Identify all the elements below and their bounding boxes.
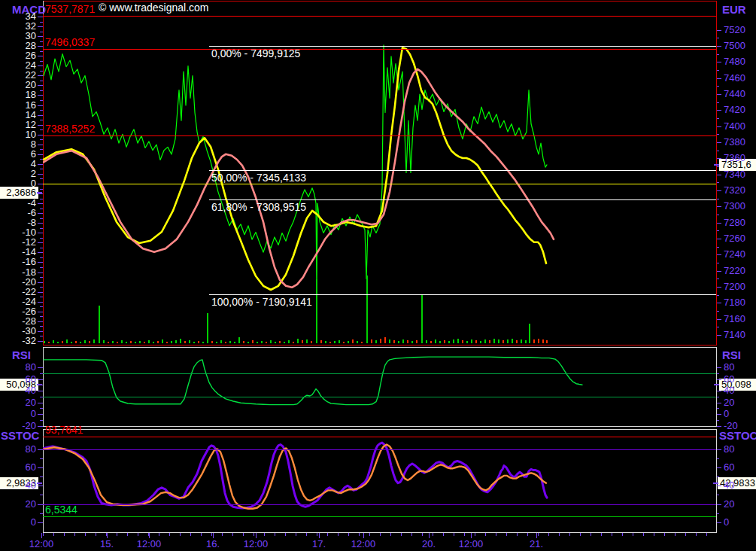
- time-label-4: 12:00: [244, 538, 269, 549]
- rsi-minortick-0: [717, 408, 719, 409]
- macd-minortick--12: [40, 238, 43, 239]
- level-label-1: 7496,0337: [45, 37, 95, 48]
- macd-tick-32: [38, 26, 43, 27]
- macd-axis-label--24: -24: [0, 297, 36, 307]
- volume-bar-110: [542, 339, 544, 343]
- sstoc-value-tick-right: [713, 483, 718, 484]
- rsi-series-line: [44, 357, 582, 404]
- eur-axis-label-7500: 7500: [724, 41, 755, 51]
- macd-tick--10: [38, 233, 43, 233]
- eur-axis-label-7200: 7200: [724, 282, 755, 292]
- eur-minortick-7380: [717, 134, 719, 135]
- macd-axis-label-20: 20: [0, 80, 36, 90]
- level-line-sstoc-12: [43, 504, 716, 505]
- time-major-tick-6: [363, 533, 364, 538]
- rsi-minortick--20: [40, 420, 43, 421]
- stoch_d-series-line: [44, 445, 546, 509]
- macd-minortick--24: [40, 297, 43, 297]
- sstoc-axis-label-80: 80: [0, 444, 36, 455]
- volume-bar-18: [126, 342, 127, 343]
- chart-canvas[interactable]: [0, 0, 756, 551]
- volume-bar-59: [311, 341, 312, 343]
- eur-minortick-7320: [717, 182, 719, 183]
- eur-minortick-7460: [717, 70, 719, 71]
- sstoc-minortick-60: [40, 458, 43, 459]
- sstoc-minortick-60: [717, 458, 719, 459]
- eur-minortick-7300: [717, 199, 719, 199]
- volume-bar-111: [546, 340, 548, 343]
- rsi-axis-label-80: 80: [724, 362, 755, 373]
- volume-bar-2: [53, 340, 54, 343]
- eur-minortick-7440: [717, 86, 719, 87]
- tradesignal-chart-window: MACD © www.tradesignal.com EUR RSI RSI S…: [0, 0, 756, 551]
- eur-tick-7220: [717, 271, 721, 272]
- volume-bar-47: [257, 342, 258, 343]
- volume-bar-49: [266, 342, 267, 343]
- volume-bar-63: [329, 342, 331, 343]
- volume-bar-27: [166, 342, 168, 343]
- macd-minortick--22: [40, 287, 43, 288]
- macd-tick-18: [38, 95, 43, 96]
- macd-tick--22: [38, 292, 43, 293]
- level-line-eur-2: [43, 135, 716, 136]
- eur-axis-label-7520: 7520: [724, 25, 755, 35]
- volume-bar-75: [384, 337, 386, 343]
- volume-bar-80: [407, 340, 408, 343]
- macd-tick-4: [38, 164, 43, 165]
- macd-tick-0: [38, 184, 43, 184]
- volume-bar-56: [297, 339, 299, 343]
- time-label-5: 17.: [312, 538, 326, 549]
- sstoc-minortick-0: [40, 513, 43, 514]
- time-major-tick-7: [429, 533, 430, 538]
- volume-bar-9: [84, 340, 86, 343]
- eur-axis-title: EUR: [722, 4, 746, 15]
- level-label-2: 7388,5252: [45, 123, 95, 135]
- volume-bar-106: [525, 340, 527, 343]
- level-line-rsi-9: [43, 397, 716, 397]
- eur-tick-7340: [717, 175, 721, 175]
- rsi-panel-title-right: RSI: [722, 349, 741, 361]
- time-major-tick-4: [256, 533, 257, 538]
- eur-minortick-7240: [717, 247, 719, 248]
- macd-minortick-18: [40, 90, 43, 91]
- eur-tick-7280: [717, 223, 721, 224]
- level-label-6: 100,00% - 7190,9141: [211, 297, 312, 308]
- volume-bar-48: [261, 341, 263, 343]
- level-label-0: 7537,7871: [45, 4, 95, 15]
- time-label-2: 12:00: [137, 538, 162, 549]
- sstoc-tick-60: [38, 467, 43, 468]
- sstoc-tick-20: [38, 504, 43, 505]
- macd-axis-label--22: -22: [0, 287, 36, 297]
- macd-axis-label--4: -4: [0, 198, 36, 209]
- macd-axis-label-22: 22: [0, 70, 36, 81]
- volume-bar-65: [339, 340, 340, 343]
- eur-axis-label-7280: 7280: [724, 218, 755, 228]
- time-major-tick-1: [107, 533, 108, 538]
- sstoc-panel-title-left: SSTOC: [1, 430, 39, 441]
- macd-minortick-6: [40, 149, 43, 150]
- macd-tick-22: [38, 75, 43, 76]
- volume-bar-53: [284, 342, 285, 343]
- level-line-macd-7: [43, 184, 716, 184]
- volume-bar-88: [444, 340, 445, 343]
- volume-bar-21: [139, 341, 141, 343]
- volume-bar-50: [270, 340, 272, 343]
- sstoc-tick-40: [717, 486, 721, 486]
- rsi-minortick-60: [717, 373, 719, 374]
- macd-minortick--30: [40, 326, 43, 327]
- volume-bar-3: [57, 342, 59, 343]
- volume-bar-52: [279, 341, 281, 343]
- sstoc-minortick-20: [717, 495, 719, 495]
- eur-minortick-7220: [717, 263, 719, 263]
- eur-tick-7480: [717, 62, 721, 62]
- level-label-4: 50,00% - 7345,4133: [211, 172, 306, 184]
- macd-tick--30: [38, 331, 43, 332]
- eur-minortick-7360: [717, 151, 719, 151]
- rsi-minortick-40: [717, 385, 719, 385]
- macd-axis-label-4: 4: [0, 159, 36, 169]
- volume-bar-15: [112, 341, 114, 343]
- volume-bar-40: [225, 342, 226, 343]
- time-major-tick-5: [319, 533, 320, 538]
- level-line-eur-5: [209, 199, 716, 200]
- macd-tick--12: [38, 242, 43, 243]
